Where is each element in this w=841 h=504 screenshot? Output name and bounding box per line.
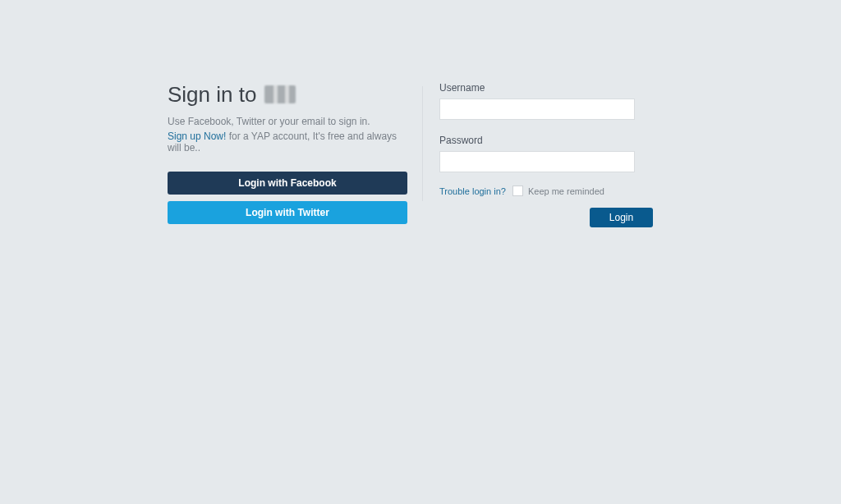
password-input[interactable]: [439, 151, 635, 172]
login-container: Sign in to Use Facebook, Twitter or your…: [0, 0, 841, 231]
username-field-wrap: Username: [439, 82, 653, 120]
login-button-row: Login: [439, 208, 653, 227]
login-twitter-button[interactable]: Login with Twitter: [168, 201, 407, 224]
brand-logo-blur: [264, 85, 296, 103]
heading-prefix: Sign in to: [168, 82, 263, 107]
page-title: Sign in to: [168, 82, 407, 108]
panel-divider: [422, 86, 423, 201]
subtext: Use Facebook, Twitter or your email to s…: [168, 114, 407, 129]
login-button[interactable]: Login: [590, 208, 653, 227]
left-panel: Sign in to Use Facebook, Twitter or your…: [168, 82, 422, 231]
keep-reminded-checkbox[interactable]: [512, 186, 523, 196]
signup-line: Sign up Now! for a YAP account, It's fre…: [168, 131, 407, 153]
right-panel: Username Password Trouble login in? Keep…: [439, 82, 653, 231]
signup-link[interactable]: Sign up Now!: [168, 131, 226, 142]
username-input[interactable]: [439, 99, 635, 120]
bottom-row: Trouble login in? Keep me reminded: [439, 186, 653, 196]
trouble-login-link[interactable]: Trouble login in?: [439, 186, 506, 196]
login-facebook-button[interactable]: Login with Facebook: [168, 172, 407, 195]
username-label: Username: [439, 82, 653, 94]
password-field-wrap: Password: [439, 135, 653, 172]
password-label: Password: [439, 135, 653, 146]
keep-reminded-label[interactable]: Keep me reminded: [528, 186, 604, 196]
